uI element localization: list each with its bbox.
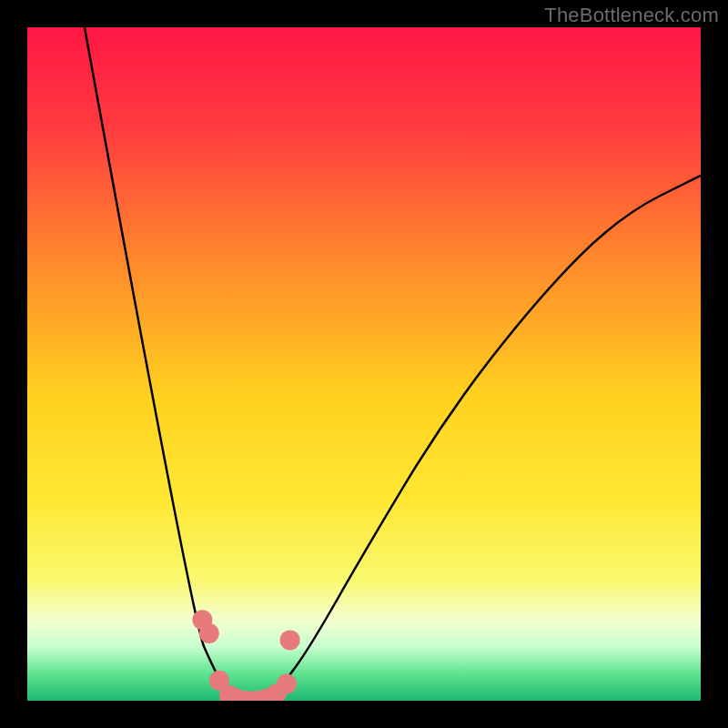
marker-dot xyxy=(199,623,219,643)
marker-dot xyxy=(277,674,297,694)
chart-svg xyxy=(27,27,701,701)
gradient-background xyxy=(27,27,701,701)
watermark-text: TheBottleneck.com xyxy=(544,4,719,27)
chart-frame: TheBottleneck.com xyxy=(0,0,728,728)
marker-dot xyxy=(280,630,300,650)
